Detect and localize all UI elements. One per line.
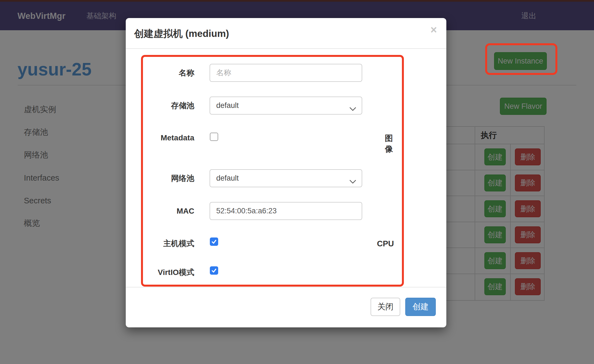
image-label: 图像	[382, 133, 395, 155]
network-pool-selected-value: default	[216, 174, 239, 183]
host-model-label: 主机模式	[126, 239, 194, 248]
close-icon[interactable]: ×	[431, 24, 437, 35]
storage-pool-select[interactable]: default	[210, 97, 362, 115]
metadata-checkbox[interactable]	[210, 133, 218, 141]
modal-footer-divider	[126, 287, 446, 287]
storage-pool-selected-value: default	[216, 101, 239, 110]
check-icon	[211, 238, 217, 245]
network-pool-label: 网络池	[126, 174, 194, 183]
chevron-down-icon	[349, 104, 356, 113]
modal-header: 创建虚拟机 (medium) ×	[126, 18, 446, 49]
network-pool-select[interactable]: default	[210, 169, 362, 187]
check-icon	[211, 267, 217, 274]
virtio-checkbox[interactable]	[210, 266, 218, 275]
virtio-label: VirtIO模式	[126, 268, 194, 277]
modal-close-button[interactable]: 关闭	[371, 298, 400, 316]
host-model-checkbox[interactable]	[210, 237, 218, 246]
name-input[interactable]	[210, 64, 362, 82]
mac-label: MAC	[126, 207, 194, 215]
create-vm-modal: 创建虚拟机 (medium) × 名称 存储池 default Metadata…	[126, 18, 446, 327]
name-label: 名称	[126, 69, 194, 77]
modal-create-button[interactable]: 创建	[405, 298, 436, 316]
mac-input[interactable]	[210, 202, 362, 220]
modal-title: 创建虚拟机 (medium)	[134, 18, 229, 49]
cpu-label: CPU	[377, 239, 394, 248]
chevron-down-icon	[349, 177, 356, 186]
metadata-label: Metadata	[126, 134, 194, 142]
storage-pool-label: 存储池	[126, 102, 194, 110]
